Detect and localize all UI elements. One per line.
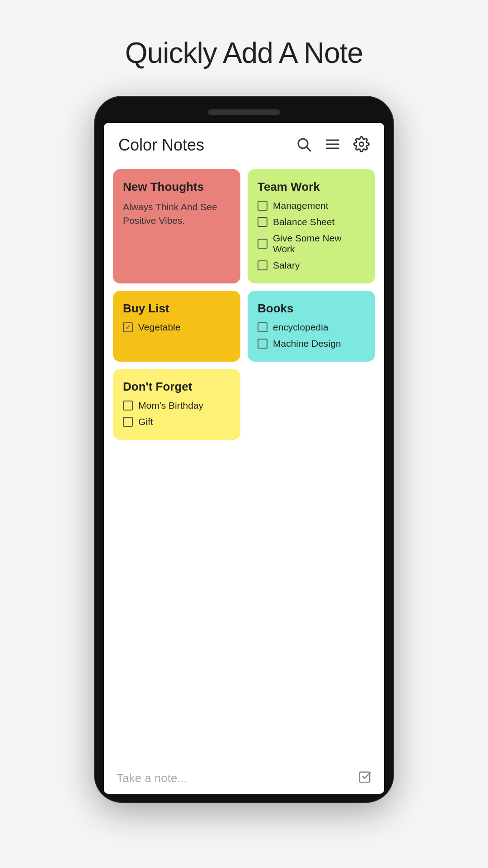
list-item[interactable]: Give Some New Work — [258, 233, 365, 255]
checkbox-gift[interactable] — [123, 417, 133, 427]
note-title-dont-forget: Don't Forget — [123, 380, 230, 394]
check-label-moms-birthday: Mom's Birthday — [138, 400, 203, 411]
note-title-new-thoughts: New Thoughts — [123, 180, 230, 194]
list-item[interactable]: encyclopedia — [258, 322, 365, 333]
checkbox-moms-birthday[interactable] — [123, 401, 133, 410]
note-body-new-thoughts: Always Think And See Positive Vibes. — [123, 200, 230, 228]
top-icons — [296, 136, 370, 154]
check-label-management: Management — [273, 200, 328, 211]
settings-icon[interactable] — [353, 136, 370, 154]
note-card-books[interactable]: Books encyclopedia Machine Design — [248, 291, 375, 362]
check-label-vegetable: Vegetable — [138, 322, 180, 333]
note-title-books: Books — [258, 302, 365, 316]
check-label-balance-sheet: Balance Sheet — [273, 217, 335, 227]
check-label-gift: Gift — [138, 416, 153, 427]
svg-line-1 — [307, 147, 310, 151]
list-item[interactable]: Management — [258, 200, 365, 211]
menu-icon[interactable] — [324, 136, 341, 154]
note-card-team-work[interactable]: Team Work Management Balance Sheet Give … — [248, 169, 375, 283]
list-item[interactable]: Mom's Birthday — [123, 400, 230, 411]
bottom-bar: Take a note... — [104, 762, 384, 794]
checkbox-encyclopedia[interactable] — [258, 322, 267, 332]
list-item[interactable]: Machine Design — [258, 338, 365, 349]
app-bar: Color Notes — [104, 123, 384, 164]
note-card-buy-list[interactable]: Buy List Vegetable — [113, 291, 240, 362]
checkbox-give-some-new-work[interactable] — [258, 239, 267, 249]
note-card-dont-forget[interactable]: Don't Forget Mom's Birthday Gift — [113, 369, 240, 440]
svg-point-5 — [360, 142, 364, 146]
checkbox-vegetable[interactable] — [123, 322, 133, 332]
note-title-buy-list: Buy List — [123, 302, 230, 316]
note-card-new-thoughts[interactable]: New Thoughts Always Think And See Positi… — [113, 169, 240, 283]
list-item[interactable]: Balance Sheet — [258, 217, 365, 227]
svg-rect-6 — [360, 772, 370, 783]
phone-screen: Color Notes — [104, 123, 384, 794]
check-label-salary: Salary — [273, 260, 300, 271]
checkbox-balance-sheet[interactable] — [258, 217, 267, 227]
note-title-team-work: Team Work — [258, 180, 365, 194]
check-label-encyclopedia: encyclopedia — [273, 322, 328, 333]
checkbox-machine-design[interactable] — [258, 339, 267, 349]
phone-shell: Color Notes — [95, 97, 393, 802]
checklist-add-icon[interactable] — [358, 770, 371, 786]
take-note-placeholder[interactable]: Take a note... — [117, 771, 187, 785]
check-label-machine-design: Machine Design — [273, 338, 341, 349]
phone-speaker — [208, 109, 280, 115]
checkbox-management[interactable] — [258, 201, 267, 211]
app-title: Color Notes — [118, 136, 204, 155]
page-title: Quickly Add A Note — [125, 36, 363, 70]
list-item[interactable]: Gift — [123, 416, 230, 427]
check-label-give-some-new-work: Give Some New Work — [273, 233, 365, 255]
checkbox-salary[interactable] — [258, 260, 267, 270]
list-item[interactable]: Vegetable — [123, 322, 230, 333]
notes-grid: New Thoughts Always Think And See Positi… — [104, 164, 384, 762]
list-item[interactable]: Salary — [258, 260, 365, 271]
search-icon[interactable] — [296, 136, 312, 154]
